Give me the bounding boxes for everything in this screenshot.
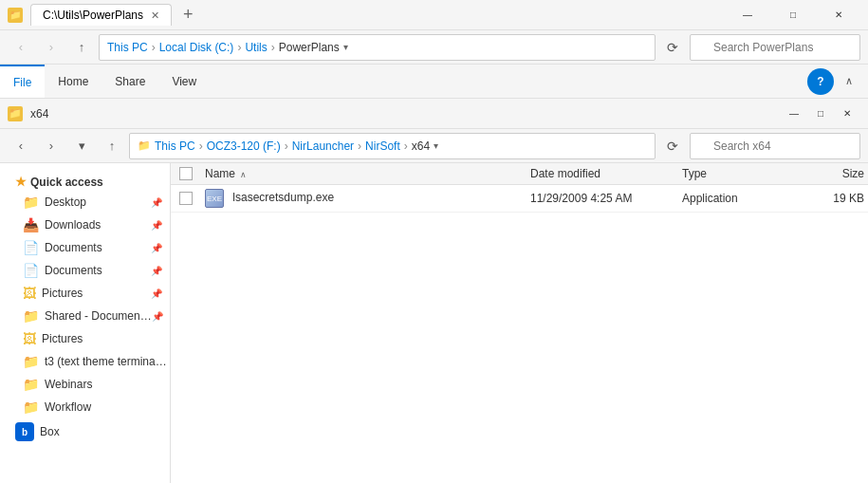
select-all-checkbox[interactable] xyxy=(179,167,193,180)
title-tab[interactable]: C:\Utils\PowerPlans ✕ xyxy=(30,4,172,26)
nav-up-button[interactable]: ↑ xyxy=(68,34,95,61)
header-date[interactable]: Date modified xyxy=(526,167,678,180)
inner-title-icon: 📁 xyxy=(8,106,23,121)
quick-access-title: ★ Quick access xyxy=(0,171,170,191)
table-row[interactable]: EXE lsasecretsdump.exe 11/29/2009 4:25 A… xyxy=(171,185,868,213)
file-icon: EXE xyxy=(205,191,227,204)
header-name[interactable]: Name ∧ xyxy=(201,167,526,180)
close-button[interactable]: ✕ xyxy=(817,0,860,30)
inner-title-text: x64 xyxy=(30,107,406,121)
sidebar: ★ Quick access 📁 Desktop 📌 📥 Downloads 📌… xyxy=(0,163,171,483)
breadcrumb-sep-2: › xyxy=(237,41,241,54)
sidebar-item-downloads[interactable]: 📥 Downloads 📌 xyxy=(0,214,170,236)
inner-nav-back-button[interactable]: ‹ xyxy=(8,133,34,159)
file-name-cell: EXE lsasecretsdump.exe xyxy=(201,189,526,208)
search-wrapper: 🔍 xyxy=(690,34,860,61)
breadcrumb-bar: This PC › Local Disk (C:) › Utils › Powe… xyxy=(99,34,656,61)
sidebar-item-webinars[interactable]: 📁 Webinars xyxy=(0,373,170,396)
inner-breadcrumb-x64: x64 xyxy=(412,139,430,153)
file-date-cell: 11/29/2009 4:25 AM xyxy=(526,192,678,205)
main-layout: ★ Quick access 📁 Desktop 📌 📥 Downloads 📌… xyxy=(0,163,868,483)
inner-nav-dropdown-button[interactable]: ▾ xyxy=(68,133,95,159)
breadcrumb-this-pc[interactable]: This PC xyxy=(107,41,148,54)
box-icon: b xyxy=(15,422,34,441)
inner-breadcrumb-ocz[interactable]: OCZ3-120 (F:) xyxy=(207,139,281,153)
folder-icon-webinars: 📁 xyxy=(23,377,39,392)
header-type[interactable]: Type xyxy=(678,167,792,180)
inner-address-bar: ‹ › ▾ ↑ 📁 This PC › OCZ3-120 (F:) › NirL… xyxy=(0,129,868,163)
breadcrumb-dropdown[interactable]: ▾ xyxy=(343,42,348,52)
nav-forward-button[interactable]: › xyxy=(38,34,65,61)
inner-search-wrapper: 🔍 xyxy=(690,133,860,159)
folder-icon-pictures-2: 🖼 xyxy=(23,331,36,346)
inner-breadcrumb-dropdown[interactable]: ▾ xyxy=(434,140,438,151)
breadcrumb-local-disk[interactable]: Local Disk (C:) xyxy=(159,41,234,54)
search-input[interactable] xyxy=(690,34,860,61)
folder-icon-pictures-1: 🖼 xyxy=(23,286,36,301)
tab-label: C:\Utils\PowerPlans xyxy=(43,9,143,22)
pin-icon-desktop: 📌 xyxy=(151,197,162,208)
sidebar-item-desktop[interactable]: 📁 Desktop 📌 xyxy=(0,191,170,214)
inner-nav-up-button[interactable]: ↑ xyxy=(99,133,125,159)
ribbon-tab-home[interactable]: Home xyxy=(45,65,102,98)
breadcrumb-sep-1: › xyxy=(152,41,156,54)
pin-icon-documents-2: 📌 xyxy=(151,266,162,276)
sidebar-item-box[interactable]: b Box xyxy=(0,418,170,445)
header-size[interactable]: Size xyxy=(792,167,868,180)
ribbon-tab-file[interactable]: File xyxy=(0,65,45,98)
sidebar-item-t3[interactable]: 📁 t3 (text theme termina… xyxy=(0,350,170,373)
folder-icon-workflow: 📁 xyxy=(23,399,39,415)
sidebar-item-shared[interactable]: 📁 Shared - Documen… 📌 xyxy=(0,305,170,327)
tab-add-button[interactable]: + xyxy=(175,5,201,25)
inner-breadcrumb-nirsoft[interactable]: NirSoft xyxy=(365,139,400,153)
window-controls: — □ ✕ xyxy=(726,0,860,30)
pin-icon-pictures-1: 📌 xyxy=(151,288,162,299)
file-checkbox[interactable] xyxy=(179,192,193,205)
refresh-button[interactable]: ⟳ xyxy=(659,34,686,61)
inner-nav-forward-button[interactable]: › xyxy=(38,133,65,159)
folder-icon-downloads: 📥 xyxy=(23,217,39,232)
nav-back-button[interactable]: ‹ xyxy=(8,34,34,61)
ribbon: File Home Share View ? ∧ xyxy=(0,65,868,99)
file-type-cell: Application xyxy=(678,192,792,205)
sidebar-item-pictures-1[interactable]: 🖼 Pictures 📌 xyxy=(0,282,170,305)
inner-refresh-button[interactable]: ⟳ xyxy=(659,133,686,159)
star-icon: ★ xyxy=(15,175,27,189)
inner-breadcrumb-nirlauncher[interactable]: NirLauncher xyxy=(292,139,354,153)
breadcrumb-sep-3: › xyxy=(271,41,275,54)
sidebar-item-documents-2[interactable]: 📄 Documents 📌 xyxy=(0,259,170,282)
sidebar-item-documents-1[interactable]: 📄 Documents 📌 xyxy=(0,236,170,259)
row-check[interactable] xyxy=(171,192,201,205)
inner-breadcrumb-this-pc[interactable]: This PC xyxy=(155,139,195,153)
inner-close-button[interactable]: ✕ xyxy=(834,101,860,127)
ribbon-tab-view[interactable]: View xyxy=(158,65,210,98)
folder-icon-documents-2: 📄 xyxy=(23,263,39,278)
pin-icon-downloads: 📌 xyxy=(151,220,162,231)
sidebar-item-pictures-2[interactable]: 🖼 Pictures xyxy=(0,327,170,350)
file-size-cell: 19 KB xyxy=(792,192,868,205)
title-bar-icon: 📁 xyxy=(8,8,23,23)
address-bar: ‹ › ↑ This PC › Local Disk (C:) › Utils … xyxy=(0,30,868,65)
inner-title-bar: 📁 x64 — □ ✕ xyxy=(0,99,868,129)
pin-icon-shared: 📌 xyxy=(152,311,163,322)
file-list: Name ∧ Date modified Type Size EXE lsase… xyxy=(171,163,868,483)
sort-arrow-name: ∧ xyxy=(240,170,247,179)
folder-icon-desktop: 📁 xyxy=(23,195,39,210)
ribbon-tab-share[interactable]: Share xyxy=(102,65,158,98)
file-list-header: Name ∧ Date modified Type Size xyxy=(171,163,868,185)
maximize-button[interactable]: □ xyxy=(771,0,815,30)
inner-breadcrumb-bar: 📁 This PC › OCZ3-120 (F:) › NirLauncher … xyxy=(129,133,656,159)
inner-search-input[interactable] xyxy=(690,133,860,159)
breadcrumb-utils[interactable]: Utils xyxy=(245,41,267,54)
minimize-button[interactable]: — xyxy=(726,0,769,30)
folder-icon-documents-1: 📄 xyxy=(23,240,39,255)
ribbon-expand-button[interactable]: ∧ xyxy=(838,70,860,93)
folder-icon-t3: 📁 xyxy=(23,354,39,369)
help-button[interactable]: ? xyxy=(807,68,834,95)
inner-maximize-button[interactable]: □ xyxy=(807,101,834,127)
header-check[interactable] xyxy=(171,167,201,180)
inner-minimize-button[interactable]: — xyxy=(781,101,807,127)
tab-close-btn[interactable]: ✕ xyxy=(151,9,159,22)
sidebar-item-workflow[interactable]: 📁 Workflow xyxy=(0,396,170,418)
inner-breadcrumb-folder-icon: 📁 xyxy=(138,139,151,152)
